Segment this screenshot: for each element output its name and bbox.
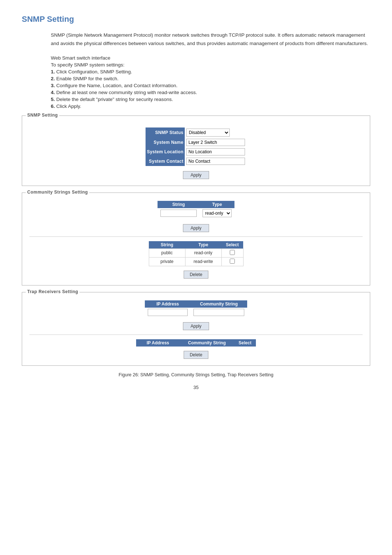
community-private-type: read-write (185, 257, 221, 266)
snmp-apply-row: Apply (29, 169, 363, 179)
system-contact-row: System Contact (146, 157, 247, 166)
task-label: To specify SNMP system settings: (51, 62, 370, 68)
step-2: 2. Enable SNMP for the switch. (51, 76, 370, 81)
community-string-input[interactable] (160, 210, 197, 217)
community-data-type-header: Type (185, 241, 221, 249)
step-4: 4. Define at least one new community str… (51, 90, 370, 95)
intro-text: SNMP (Simple Network Management Protocol… (51, 31, 370, 48)
community-data-header: String Type Select (149, 241, 243, 249)
community-public-select (221, 248, 243, 257)
trap-add-form: IP Address Community String (145, 300, 247, 317)
community-data-table: String Type Select public read-only priv… (149, 241, 244, 266)
system-location-row: System Location (146, 147, 247, 157)
trap-delete-button[interactable]: Delete (184, 351, 209, 359)
trap-input-row (145, 308, 247, 317)
system-name-label: System Name (146, 138, 185, 147)
trap-delete-row: Delete (29, 349, 363, 359)
system-contact-label: System Contact (146, 157, 185, 166)
snmp-status-label: SNMP Status (146, 127, 185, 138)
trap-panel-title: Trap Receivers Setting (26, 289, 79, 294)
snmp-status-select[interactable]: Disabled Enabled (186, 129, 230, 137)
community-type-select[interactable]: read-only read-write (203, 209, 232, 217)
step-1: 1. Click Configuration, SNMP Setting. (51, 69, 370, 74)
context-label: Web Smart switch interface (51, 55, 370, 61)
step-3: 3. Configure the Name, Location, and Con… (51, 83, 370, 88)
community-public-type: read-only (185, 248, 221, 257)
community-type-col-header: Type (200, 201, 234, 208)
step-5: 5. Delete the default "private" string f… (51, 97, 370, 102)
community-private-select (221, 257, 243, 266)
trap-data-table: IP Address Community String Select (136, 339, 256, 347)
system-name-row: System Name (146, 138, 247, 147)
community-add-form: String Type read-only read-write (158, 201, 234, 218)
trap-community-header: Community String (191, 300, 247, 308)
trap-ip-input[interactable] (148, 309, 188, 316)
community-string-col-header: String (158, 201, 200, 208)
community-apply-button[interactable]: Apply (183, 224, 209, 232)
community-delete-row: Delete (29, 269, 363, 279)
snmp-apply-button[interactable]: Apply (183, 171, 209, 179)
trap-data-ip-header: IP Address (136, 339, 180, 347)
snmp-panel-title: SNMP Setting (26, 113, 59, 118)
steps-block: 1. Click Configuration, SNMP Setting. 2.… (22, 69, 370, 109)
system-location-input[interactable] (186, 148, 245, 155)
community-apply-row: Apply (29, 222, 363, 232)
community-delete-button[interactable]: Delete (184, 271, 209, 279)
snmp-setting-panel: SNMP Setting SNMP Status Disabled Enable… (22, 116, 370, 186)
trap-ip-header: IP Address (145, 300, 191, 308)
step-6: 6. Click Apply. (51, 104, 370, 109)
community-header-row: String Type (158, 201, 234, 208)
trap-header-row: IP Address Community String (145, 300, 247, 308)
trap-data-community-header: Community String (180, 339, 234, 347)
trap-receivers-panel: Trap Receivers Setting IP Address Commun… (22, 292, 370, 366)
community-private-string: private (149, 257, 185, 266)
trap-data-header: IP Address Community String Select (136, 339, 256, 347)
snmp-status-row: SNMP Status Disabled Enabled (146, 127, 247, 138)
page-title: SNMP Setting (22, 15, 370, 24)
trap-community-input[interactable] (193, 309, 244, 316)
system-name-input[interactable] (186, 139, 245, 146)
community-panel-title: Community Strings Setting (26, 190, 89, 195)
community-public-checkbox[interactable] (230, 250, 235, 255)
page-number: 35 (22, 385, 370, 390)
community-data-string-header: String (149, 241, 185, 249)
community-row-public: public read-only (149, 248, 243, 257)
community-private-checkbox[interactable] (230, 259, 235, 264)
system-location-label: System Location (146, 147, 185, 157)
trap-apply-button[interactable]: Apply (183, 322, 209, 330)
trap-data-select-header: Select (234, 339, 256, 347)
community-strings-panel: Community Strings Setting String Type re… (22, 193, 370, 285)
community-row-private: private read-write (149, 257, 243, 266)
trap-apply-row: Apply (29, 320, 363, 330)
figure-caption: Figure 26: SNMP Setting, Community Strin… (22, 372, 370, 377)
community-public-string: public (149, 248, 185, 257)
system-contact-input[interactable] (186, 158, 245, 165)
snmp-form-table: SNMP Status Disabled Enabled System Name… (146, 127, 247, 166)
community-data-select-header: Select (221, 241, 243, 249)
community-input-row: read-only read-write (158, 208, 234, 218)
